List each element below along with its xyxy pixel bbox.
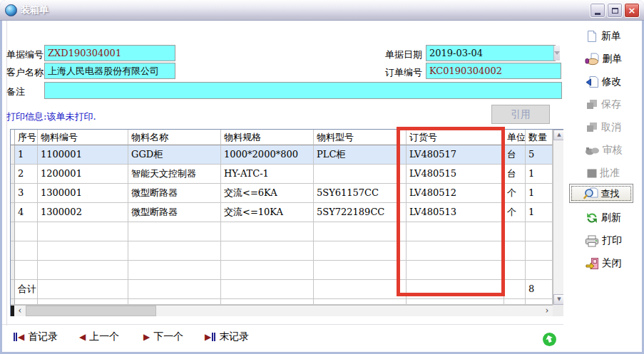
table-row[interactable]: 3 1300001 微型断路器 交流<=6KA 5SY61157CC LV480…: [11, 184, 553, 203]
table-row-empty[interactable]: [11, 222, 553, 241]
find-button[interactable]: 查找: [569, 184, 633, 203]
green-status-icon: [542, 332, 557, 349]
cell-model[interactable]: PLC柜: [314, 145, 407, 165]
next-record-button[interactable]: ▶ 下一个: [143, 328, 183, 345]
minimize-button[interactable]: [590, 3, 605, 18]
scroll-right-button[interactable]: ›: [541, 306, 553, 316]
modify-icon: [586, 76, 599, 88]
table-row[interactable]: 2 1200001 智能天文控制器 HY-ATC-1 LV480515 台 1: [11, 165, 553, 184]
next-record-icon: ▶: [143, 333, 150, 341]
close-doc-button[interactable]: 关闭: [572, 255, 635, 272]
delete-doc-button[interactable]: 删单: [572, 51, 635, 68]
cell-spec[interactable]: 1000*2000*800: [221, 145, 314, 165]
close-icon: ×: [628, 5, 636, 16]
first-record-button[interactable]: ◀ 首记录: [14, 328, 58, 345]
cell-order-code[interactable]: LV480513: [407, 203, 504, 222]
cell-seq[interactable]: 2: [15, 165, 38, 184]
cell-item-name[interactable]: 智能天文控制器: [128, 165, 221, 184]
approve-button: 批准: [572, 165, 635, 182]
cell-item-no[interactable]: 1300001: [38, 184, 128, 203]
audit-icon: [585, 145, 600, 156]
cell-qty[interactable]: 1: [526, 203, 553, 222]
cell-seq[interactable]: 3: [15, 184, 38, 203]
last-record-button[interactable]: ▶ 末记录: [205, 328, 249, 345]
first-record-icon: ◀: [14, 333, 24, 341]
cancel-icon: [586, 122, 598, 133]
scroll-left-button[interactable]: ‹: [14, 306, 26, 316]
remark-input[interactable]: [44, 82, 562, 99]
col-header-qty[interactable]: 数量: [526, 130, 553, 145]
col-header-unit[interactable]: 单位: [504, 130, 526, 145]
cell-spec[interactable]: 交流<=10KA: [221, 203, 314, 222]
cell-item-name[interactable]: GGD柜: [128, 145, 221, 165]
maximize-button[interactable]: [607, 3, 623, 18]
doc-no-label: 单据编号: [6, 48, 44, 61]
approve-icon: [587, 169, 597, 178]
title-bar[interactable]: 装箱单 ×: [0, 0, 644, 21]
print-button[interactable]: 打印: [572, 232, 635, 249]
cell-item-no[interactable]: 1300002: [38, 203, 128, 222]
cell-seq[interactable]: 4: [15, 203, 38, 222]
app-globe-icon: [5, 4, 17, 16]
col-header-item-no[interactable]: 物料编号: [38, 130, 128, 145]
cell-item-no[interactable]: 1200001: [38, 165, 128, 184]
doc-date-input[interactable]: [426, 46, 553, 61]
previous-record-button[interactable]: ◀ 上一个: [79, 328, 119, 345]
doc-date-field: [426, 45, 556, 61]
close-button[interactable]: ×: [624, 3, 640, 18]
cell-order-code[interactable]: LV480517: [407, 145, 504, 165]
cell-model[interactable]: 5SY722189CC: [314, 203, 407, 222]
quote-button[interactable]: 引用: [491, 105, 550, 124]
find-icon: [583, 187, 598, 200]
cell-unit[interactable]: 个: [504, 203, 526, 222]
chevron-down-icon: [554, 51, 560, 55]
doc-date-dropdown-button[interactable]: [553, 46, 560, 61]
table-row[interactable]: 4 1300002 微型断路器 交流<=10KA 5SY722189CC LV4…: [11, 203, 553, 222]
cell-unit[interactable]: 个: [504, 184, 526, 203]
arrow-left-icon: ‹: [19, 306, 22, 316]
modify-button[interactable]: 修改: [572, 73, 635, 90]
cell-order-code[interactable]: LV480515: [407, 165, 504, 184]
action-sidebar: 新单 删单 修改 保存 取消 审核: [563, 21, 642, 352]
cell-seq[interactable]: 1: [15, 145, 38, 165]
packing-list-window: 装箱单 × 单据编号 单据日期 客户名称 订单编号 备注 打印信息:该单未打印.…: [0, 0, 644, 354]
customer-input[interactable]: [44, 63, 175, 79]
cell-unit[interactable]: 台: [504, 145, 526, 165]
print-icon: [585, 235, 599, 247]
table-row[interactable]: 1 1100001 GGD柜 1000*2000*800 PLC柜 LV4805…: [11, 145, 553, 165]
total-quantity: 8: [526, 280, 553, 299]
col-header-item-name[interactable]: 物料名称: [128, 130, 221, 145]
order-no-input[interactable]: [426, 63, 561, 79]
new-doc-button[interactable]: 新单: [572, 28, 635, 45]
cell-qty[interactable]: 1: [526, 184, 553, 203]
vertical-scrollbar[interactable]: ▲ ▼: [553, 130, 564, 305]
nav-divider: [2, 324, 563, 325]
cell-spec[interactable]: 交流<=6KA: [221, 184, 314, 203]
cell-item-name[interactable]: 微型断路器: [128, 184, 221, 203]
cell-model[interactable]: [314, 165, 407, 184]
remark-label: 备注: [6, 85, 25, 98]
table-row-empty[interactable]: [11, 261, 553, 280]
scrollbar-track[interactable]: [156, 306, 541, 316]
cell-order-code[interactable]: LV480512: [407, 184, 504, 203]
col-header-seq[interactable]: 序号: [15, 130, 38, 145]
table-row-empty[interactable]: [11, 241, 553, 261]
cell-item-name[interactable]: 微型断路器: [128, 203, 221, 222]
cell-spec[interactable]: HY-ATC-1: [221, 165, 314, 184]
refresh-button[interactable]: 刷新: [572, 209, 635, 227]
col-header-model[interactable]: 物料型号: [314, 130, 407, 145]
col-header-spec[interactable]: 物料规格: [221, 130, 314, 145]
cell-model[interactable]: 5SY61157CC: [314, 184, 407, 203]
cell-item-no[interactable]: 1100001: [38, 145, 128, 165]
maximize-icon: [612, 8, 618, 14]
cell-unit[interactable]: 台: [504, 165, 526, 184]
scrollbar-thumb[interactable]: [26, 306, 156, 316]
horizontal-scrollbar[interactable]: ‹ ›: [11, 305, 553, 316]
save-button: 保存: [572, 96, 635, 113]
cell-qty[interactable]: 5: [526, 145, 553, 165]
doc-no-input[interactable]: [44, 45, 175, 61]
last-record-icon: ▶: [205, 333, 215, 341]
arrow-down-icon: ▼: [557, 296, 561, 302]
cell-qty[interactable]: 1: [526, 165, 553, 184]
col-header-order-code[interactable]: 订货号: [407, 130, 504, 145]
